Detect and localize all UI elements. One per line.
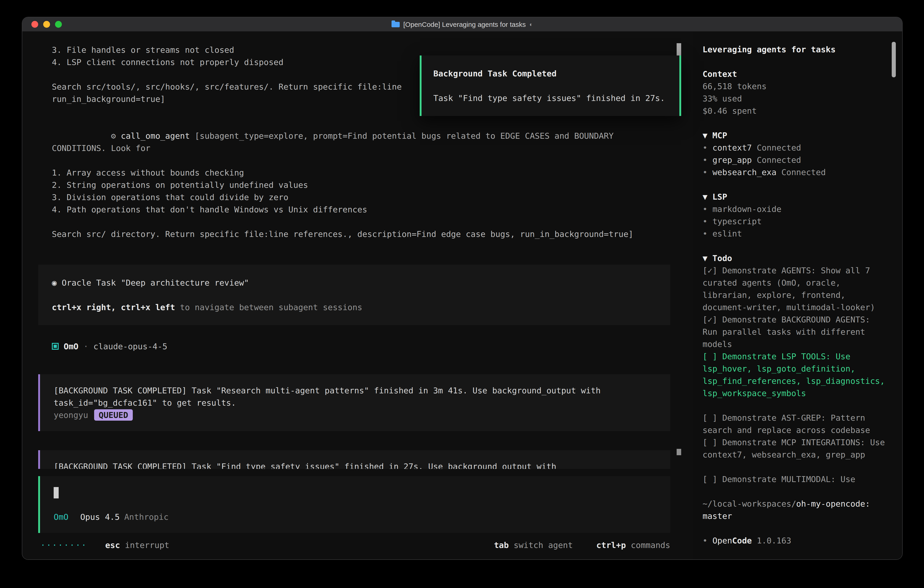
oracle-task-panel: ◉ Oracle Task "Deep architecture review"…: [38, 265, 670, 325]
terminal-line: 3. File handles or streams not closed: [38, 44, 670, 56]
context-spent: $0.46 spent: [703, 105, 886, 117]
toast-title: Background Task Completed: [433, 67, 668, 79]
agent-model: claude-opus-4-5: [94, 340, 167, 352]
esc-key-label: interrupt: [120, 540, 169, 550]
ctrlp-key-label: commands: [626, 540, 670, 550]
lsp-item: • eslint: [703, 227, 886, 239]
sidebar-scrollbar-thumb[interactable]: [892, 42, 896, 77]
mcp-section: ▼ MCP • context7 Connected • grep_app Co…: [703, 129, 886, 178]
zoom-button[interactable]: [55, 21, 62, 28]
session-sidebar: Leveraging agents for tasks Context 66,5…: [693, 31, 902, 559]
sidebar-content: Leveraging agents for tasks Context 66,5…: [703, 43, 886, 547]
agent-checkbox-icon: [52, 343, 59, 350]
workspace-path-name: oh-my-opencode:: [796, 499, 870, 509]
lsp-heading[interactable]: ▼ LSP: [703, 190, 886, 203]
input-model-name: Opus 4.5: [80, 511, 120, 523]
workspace-branch: master: [703, 510, 886, 522]
mcp-status: Connected: [776, 167, 826, 177]
context-section: Context 66,518 tokens 33% used $0.46 spe…: [703, 68, 886, 117]
lsp-section: ▼ LSP • markdown-oxide • typescript • es…: [703, 190, 886, 239]
message-author: yeongyu: [54, 410, 88, 420]
bullet-icon: •: [703, 167, 708, 177]
agent-header: OmO · claude-opus-4-5: [38, 340, 670, 352]
tab-key-label: switch agent: [509, 540, 573, 550]
todo-item: [✓] Demonstrate AGENTS: Show all 7 curat…: [703, 264, 886, 313]
bullet-icon: •: [703, 536, 708, 545]
todo-heading[interactable]: ▼ Todo: [703, 252, 886, 264]
background-task-message: [BACKGROUND TASK COMPLETED] Task "Find t…: [38, 450, 670, 469]
toast-body: Task "Find type safety issues" finished …: [433, 92, 668, 104]
queued-badge: QUEUED: [94, 409, 133, 421]
agent-name: OmO: [64, 340, 78, 352]
context-used: 33% used: [703, 92, 886, 105]
separator-dot: ·: [83, 340, 88, 352]
traffic-lights: [31, 17, 62, 31]
bullet-icon: •: [703, 155, 708, 165]
message-text: [BACKGROUND TASK COMPLETED] Task "Find t…: [54, 460, 657, 469]
message-text: [BACKGROUND TASK COMPLETED] Task "Resear…: [54, 384, 657, 396]
scrollbar-thumb[interactable]: [676, 449, 681, 455]
bullet-icon: •: [703, 143, 708, 152]
mcp-item: • grep_app Connected: [703, 154, 886, 166]
mcp-heading[interactable]: ▼ MCP: [703, 129, 886, 141]
close-button[interactable]: [31, 21, 38, 28]
ctrlp-key-hint: ctrl+p: [596, 540, 626, 550]
workspace-path-prefix: ~/local-workspaces/: [703, 499, 796, 509]
app-window: [OpenCode] Leveraging agents for tasks ◐…: [22, 17, 903, 560]
todo-section: ▼ Todo [✓] Demonstrate AGENTS: Show all …: [703, 252, 886, 485]
scrollbar-thumb[interactable]: [676, 43, 681, 57]
context-tokens: 66,518 tokens: [703, 80, 886, 92]
version-number: 1.0.163: [752, 536, 791, 545]
context-heading: Context: [703, 68, 886, 80]
mcp-name: grep_app: [712, 155, 752, 165]
window-title: [OpenCode] Leveraging agents for tasks: [403, 18, 526, 30]
todo-item: [ ] Demonstrate MULTIMODAL: Use: [703, 473, 886, 485]
status-bar: ········ esc interrupt tab switch agent …: [22, 533, 693, 559]
gear-icon: ⚙: [111, 131, 121, 140]
prompt-input[interactable]: OmO Opus 4.5 Anthropic: [38, 476, 670, 533]
todo-item: [ ] Demonstrate LSP TOOLS: Use lsp_hover…: [703, 350, 886, 399]
mcp-item: • context7 Connected: [703, 141, 886, 154]
model-row: OmO Opus 4.5 Anthropic: [54, 511, 657, 523]
hint-shortcut-keys: ctrl+x right, ctrl+x left: [52, 302, 175, 312]
tab-key-hint: tab: [494, 540, 509, 550]
esc-key-hint: esc: [105, 540, 120, 550]
tool-call-line: ⚙ call_omo_agent [subagent_type=explore,…: [38, 117, 670, 167]
window-content: 3. File handles or streams not closed 4.…: [22, 31, 902, 559]
input-agent-name: OmO: [54, 511, 68, 523]
lsp-name: markdown-oxide: [712, 204, 781, 214]
opencode-version: • OpenCode 1.0.163: [703, 534, 886, 547]
terminal-line: 1. Array access without bounds checking: [38, 167, 670, 179]
input-line: [54, 486, 657, 499]
terminal-line: 2. String operations on potentially unde…: [38, 179, 670, 191]
screenshot-stage: [OpenCode] Leveraging agents for tasks ◐…: [0, 0, 924, 588]
mcp-name: websearch_exa: [712, 167, 776, 177]
folder-icon: [391, 21, 400, 27]
opencode-name-bold: Code: [732, 536, 752, 545]
mcp-name: context7: [712, 143, 752, 152]
lsp-name: typescript: [712, 216, 762, 226]
half-circle-icon: ◐: [529, 18, 533, 30]
opencode-name: Open: [712, 536, 732, 545]
todo-item: [ ] Demonstrate AST-GREP: Pattern search…: [703, 411, 886, 436]
toast-notification: Background Task Completed Task "Find typ…: [420, 56, 681, 116]
text-cursor: [54, 487, 59, 499]
lsp-item: • markdown-oxide: [703, 203, 886, 215]
message-footer: yeongyuQUEUED: [54, 409, 657, 421]
mcp-status: Connected: [752, 155, 801, 165]
minimize-button[interactable]: [43, 21, 50, 28]
bullet-icon: •: [703, 229, 708, 238]
lsp-name: eslint: [712, 229, 742, 238]
mcp-status: Connected: [752, 143, 801, 152]
bullet-icon: •: [703, 216, 708, 226]
spinner-dots: ········: [40, 540, 87, 550]
message-text: task_id="bg_dcfac161" to get results.: [54, 396, 657, 409]
input-model-provider: Anthropic: [124, 511, 168, 523]
background-task-message: [BACKGROUND TASK COMPLETED] Task "Resear…: [38, 374, 670, 431]
workspace-path: ~/local-workspaces/oh-my-opencode: maste…: [703, 497, 886, 522]
terminal-line: 3. Division operations that could divide…: [38, 191, 670, 203]
hint-description: to navigate between subagent sessions: [175, 302, 362, 312]
oracle-task-title: ◉ Oracle Task "Deep architecture review": [52, 276, 657, 289]
todo-item: [ ] Demonstrate MCP INTEGRATIONS: Use co…: [703, 436, 886, 461]
lsp-item: • typescript: [703, 215, 886, 227]
